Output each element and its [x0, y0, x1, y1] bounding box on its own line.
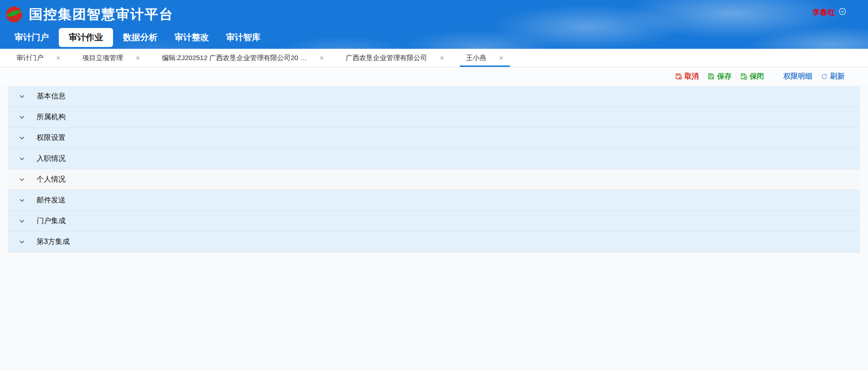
accordion-section-organization[interactable]: 所属机构 [8, 107, 860, 128]
app-window: 国控集团智慧审计平台 李春红 审计门户 审计作业 数据分析 审计整改 审计智库 … [0, 0, 868, 370]
circle-chevron-down-icon[interactable] [839, 8, 846, 17]
accordion-section-personal[interactable]: 个人情况 [8, 169, 860, 190]
chevron-down-icon [19, 135, 25, 141]
chevron-down-icon [19, 197, 25, 203]
tab-project-approval-management[interactable]: 项目立项管理 × [71, 49, 151, 67]
page-bottom-margin [0, 370, 868, 379]
close-icon[interactable]: × [499, 54, 504, 62]
refresh-icon [821, 73, 828, 80]
save-icon [708, 73, 715, 80]
close-icon[interactable]: × [56, 54, 61, 62]
user-menu[interactable]: 李春红 [812, 7, 846, 18]
document-tabbar: 审计门户 × 项目立项管理 × 编辑:ZJ202512 广西农垦企业管理有限公司… [0, 49, 868, 67]
accordion-section-label: 入职情况 [37, 154, 66, 164]
close-icon[interactable]: × [136, 54, 140, 62]
accordion-section-basic-info[interactable]: 基本信息 [8, 86, 860, 107]
app-header: 国控集团智慧审计平台 李春红 审计门户 审计作业 数据分析 审计整改 审计智库 [0, 0, 868, 49]
accordion-section-label: 第3方集成 [37, 237, 70, 247]
close-icon[interactable]: × [320, 54, 324, 62]
tab-guangxi-nongken-company[interactable]: 广西农垦企业管理有限公司 × [335, 49, 455, 67]
accordion: 基本信息 所属机构 权限设置 入职情况 [8, 86, 860, 253]
nav-item-data-analysis[interactable]: 数据分析 [116, 28, 165, 47]
accordion-section-employment[interactable]: 入职情况 [8, 149, 860, 169]
accordion-section-label: 个人情况 [37, 175, 66, 184]
tab-audit-portal[interactable]: 审计门户 × [5, 49, 71, 67]
form-content: 基本信息 所属机构 权限设置 入职情况 [0, 85, 868, 370]
nav-item-audit-portal[interactable]: 审计门户 [7, 28, 56, 47]
refresh-button[interactable]: 刷新 [821, 73, 844, 80]
tab-label[interactable]: 编辑:ZJ202512 广西农垦企业管理有限公司20 … [162, 54, 307, 62]
nav-item-audit-knowledge[interactable]: 审计智库 [219, 28, 268, 47]
cancel-button[interactable]: 取消 [675, 73, 699, 80]
accordion-section-email[interactable]: 邮件发送 [8, 190, 860, 211]
chevron-down-icon [19, 177, 25, 182]
accordion-section-permission-settings[interactable]: 权限设置 [8, 128, 860, 149]
chevron-down-icon [19, 218, 25, 224]
user-name[interactable]: 李春红 [812, 7, 835, 18]
app-title: 国控集团智慧审计平台 [29, 5, 174, 24]
tab-edit-zj202512[interactable]: 编辑:ZJ202512 广西农垦企业管理有限公司20 … × [151, 49, 335, 67]
tab-label[interactable]: 审计门户 [16, 54, 43, 62]
main-nav: 审计门户 审计作业 数据分析 审计整改 审计智库 [0, 29, 868, 49]
accordion-section-third-party-integration[interactable]: 第3方集成 [8, 232, 860, 253]
save-button[interactable]: 保存 [708, 73, 731, 80]
accordion-section-label: 基本信息 [37, 92, 66, 101]
chevron-down-icon [19, 239, 25, 245]
save-close-button[interactable]: 保闭 [740, 73, 764, 80]
company-logo-icon [5, 6, 23, 23]
accordion-section-portal-integration[interactable]: 门户集成 [8, 211, 860, 232]
save-close-icon [740, 73, 747, 80]
tab-label[interactable]: 王小燕 [466, 54, 486, 62]
tab-label[interactable]: 广西农垦企业管理有限公司 [346, 54, 427, 62]
accordion-section-label: 权限设置 [37, 133, 66, 143]
tab-wang-xiaoyan[interactable]: 王小燕 × [455, 49, 514, 67]
accordion-section-label: 门户集成 [37, 216, 66, 226]
title-row: 国控集团智慧审计平台 李春红 [0, 0, 868, 29]
permission-detail-button[interactable]: 权限明细 [783, 73, 812, 80]
close-icon[interactable]: × [440, 54, 444, 62]
accordion-section-label: 邮件发送 [37, 196, 66, 205]
chevron-down-icon [19, 94, 25, 99]
tab-label[interactable]: 项目立项管理 [82, 54, 123, 62]
chevron-down-icon [19, 114, 25, 120]
form-toolbar: 取消 保存 保闭 权限 [0, 67, 868, 85]
nav-item-audit-work[interactable]: 审计作业 [59, 28, 113, 47]
save-cancel-icon [675, 73, 682, 80]
nav-item-audit-rectification[interactable]: 审计整改 [167, 28, 216, 47]
accordion-section-label: 所属机构 [37, 112, 66, 122]
chevron-down-icon [19, 156, 25, 162]
